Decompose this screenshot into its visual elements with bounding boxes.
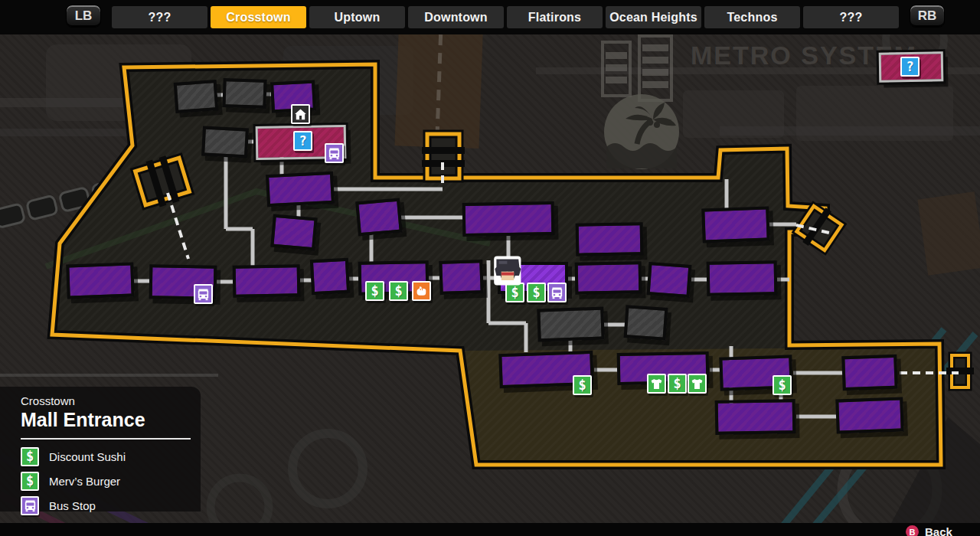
back-hint[interactable]: B Back <box>906 525 952 536</box>
bus-icon <box>21 496 39 515</box>
tab-uptown[interactable]: Uptown <box>309 6 405 28</box>
rb-button[interactable]: RB <box>910 5 945 28</box>
tab-flatirons[interactable]: Flatirons <box>507 6 603 28</box>
footer-bar: B Back <box>0 523 980 536</box>
district-tab-bar: LB ???CrosstownUptownDowntownFlatironsOc… <box>0 0 980 34</box>
dollar-icon: $ <box>21 447 39 466</box>
panel-item: $Discount Sushi <box>21 447 201 466</box>
tab-oceanheights[interactable]: Ocean Heights <box>606 6 701 28</box>
location-region: Crosstown <box>21 394 201 407</box>
location-feature-list: $Discount Sushi$Merv’s BurgerBus Stop <box>21 447 201 515</box>
panel-item-label: Bus Stop <box>49 499 96 512</box>
player-marker <box>493 256 522 286</box>
tab-downtown[interactable]: Downtown <box>408 6 504 28</box>
district-map-screen: METRO SYSTEM <box>0 0 980 536</box>
panel-divider <box>21 438 191 440</box>
tab-technos[interactable]: Technos <box>704 6 800 28</box>
panel-item: $Merv’s Burger <box>21 472 201 491</box>
back-label: Back <box>925 525 952 536</box>
tab-crosstown[interactable]: Crosstown <box>211 6 306 28</box>
b-button-icon: B <box>906 525 919 536</box>
lb-button[interactable]: LB <box>66 5 101 28</box>
panel-item: Bus Stop <box>21 496 201 515</box>
panel-item-label: Merv’s Burger <box>49 475 120 488</box>
dollar-icon: $ <box>21 472 39 491</box>
location-panel: Crosstown Mall Entrance $Discount Sushi$… <box>0 387 201 511</box>
tab-unknown-0[interactable]: ??? <box>112 6 207 28</box>
location-name: Mall Entrance <box>21 409 201 431</box>
district-tabs: ???CrosstownUptownDowntownFlatironsOcean… <box>112 6 899 28</box>
tab-unknown-7[interactable]: ??? <box>803 6 899 28</box>
panel-item-label: Discount Sushi <box>49 450 126 463</box>
